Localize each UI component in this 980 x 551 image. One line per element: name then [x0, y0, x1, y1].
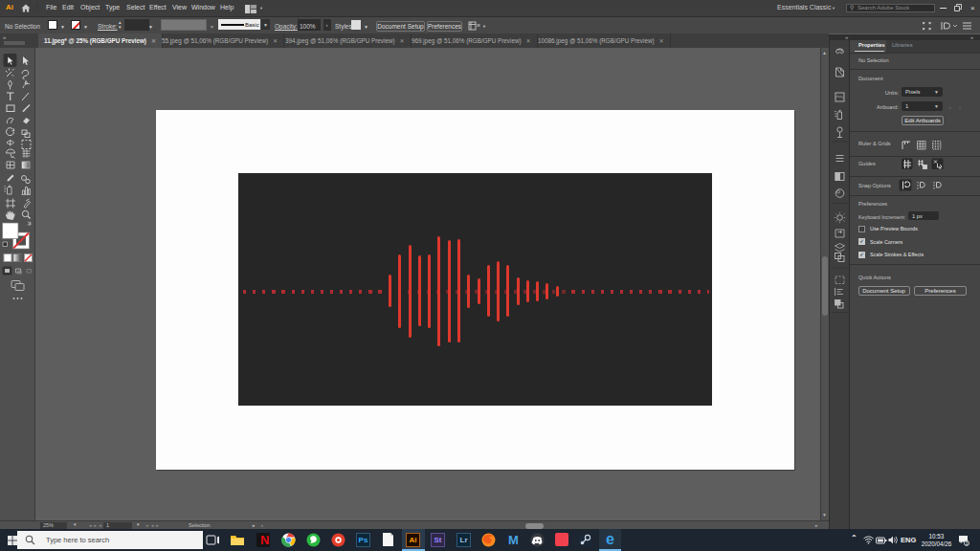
svg-text:3: 3 [966, 541, 969, 546]
